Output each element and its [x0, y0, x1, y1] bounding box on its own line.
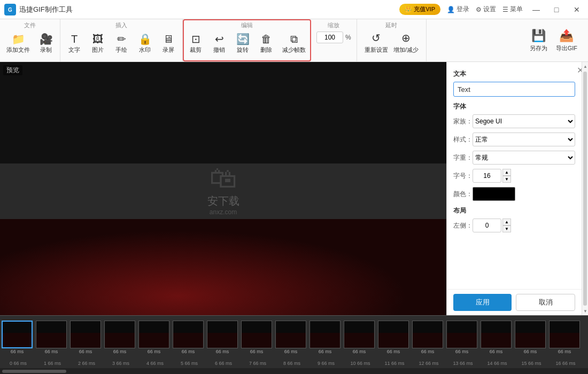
rotate-button[interactable]: 🔄 旋转	[232, 32, 253, 56]
menu-icon: ☰	[502, 6, 508, 13]
size-spinner: ▲ ▼	[502, 169, 511, 183]
settings-button[interactable]: ⚙ 设置	[476, 5, 496, 14]
delete-button[interactable]: 🗑 删除	[256, 32, 277, 56]
preview-label: 预览	[3, 65, 22, 75]
left-value-input[interactable]	[473, 219, 501, 232]
record-icon: 🎥	[40, 34, 53, 44]
watermark-button[interactable]: 🔒 水印	[134, 32, 156, 56]
frame-item[interactable]: 66 ms	[206, 321, 239, 354]
frame-item[interactable]: 66 ms	[137, 321, 171, 354]
frame-item[interactable]: 66 ms	[103, 321, 136, 354]
font-family-select[interactable]: Segoe UI Arial Times New Roman 微软雅黑	[473, 114, 575, 128]
frame-item[interactable]: 66 ms	[172, 321, 205, 354]
cancel-button[interactable]: 取消	[516, 294, 575, 311]
record-button[interactable]: 🎥 录制	[35, 32, 57, 56]
maximize-button[interactable]: □	[550, 4, 563, 15]
text-button[interactable]: T 文字	[64, 32, 85, 56]
font-family-row: 家族： Segoe UI Arial Times New Roman 微软雅黑	[453, 114, 575, 128]
left-spinner: ▲ ▼	[502, 219, 511, 232]
main-area: 预览 🛍 安下载 anxz.com ✕ 文本 字体 家族： Segoe UI A…	[0, 62, 588, 315]
crop-button[interactable]: ⊡ 裁剪	[185, 32, 206, 56]
frame-item[interactable]: 66 ms	[343, 321, 376, 354]
timeline-number: 1 66 ms	[36, 361, 69, 366]
scroll-thumb[interactable]	[583, 72, 587, 306]
close-button[interactable]: ✕	[570, 4, 584, 15]
vip-label: 充值VIP	[414, 5, 435, 13]
user-icon: 👤	[447, 6, 455, 13]
frame-item[interactable]: 66 ms	[35, 321, 68, 354]
zoom-input[interactable]	[316, 32, 343, 43]
timeline-scrollbar[interactable]	[2, 370, 66, 373]
insert-toolbar-items: T 文字 🖼 图片 ✏ 手绘 🔒 水印 🖥 录屏	[64, 32, 179, 56]
save-as-button[interactable]: 💾 另存为	[530, 29, 547, 52]
minimize-button[interactable]: —	[529, 4, 543, 15]
font-weight-row: 字重： 常规 细 粗	[453, 151, 575, 165]
color-picker[interactable]	[473, 187, 515, 201]
frame-item[interactable]: 66 ms	[377, 321, 410, 354]
reduce-frames-button[interactable]: ⧉ 减少帧数	[279, 32, 309, 56]
undo-button[interactable]: ↩ 撤销	[208, 32, 230, 56]
zoom-group: 缩放 %	[311, 19, 357, 61]
timeline-area: 66 ms66 ms66 ms66 ms66 ms66 ms66 ms66 ms…	[0, 315, 588, 374]
timeline-number: 13 66 ms	[446, 361, 479, 366]
left-up-button[interactable]: ▲	[502, 219, 511, 225]
scroll-up-arrow[interactable]: ▲	[582, 62, 588, 71]
screen-button[interactable]: 🖥 录屏	[158, 32, 179, 56]
menu-button[interactable]: ☰ 菜单	[502, 5, 523, 14]
frame-item[interactable]: 66 ms	[514, 321, 547, 354]
reduce-frames-label: 减少帧数	[282, 46, 306, 54]
frame-item[interactable]: 66 ms	[1, 321, 34, 354]
export-gif-button[interactable]: 📤 导出GIF	[556, 29, 577, 52]
text-input[interactable]	[453, 82, 575, 97]
delete-icon: 🗑	[261, 34, 272, 44]
login-button[interactable]: 👤 登录	[447, 5, 469, 14]
add-file-label: 添加文件	[6, 46, 30, 54]
zoom-inout-icon: ⊕	[401, 32, 411, 44]
size-label: 字号：	[453, 172, 473, 181]
zoom-inout-button[interactable]: ⊕ 增加/减少	[393, 32, 419, 54]
add-file-button[interactable]: 📁 添加文件	[3, 32, 33, 56]
reset-button[interactable]: ↺ 重新设置	[365, 32, 388, 54]
titlebar-left: G 迅捷GIF制作工具	[4, 4, 73, 15]
undo-icon: ↩	[215, 34, 224, 44]
export-gif-label: 导出GIF	[556, 44, 577, 52]
save-as-icon: 💾	[531, 29, 546, 43]
watermark-icon: 🔒	[138, 34, 152, 44]
login-label: 登录	[457, 5, 469, 14]
frame-item[interactable]: 66 ms	[69, 321, 102, 354]
file-toolbar-items: 📁 添加文件 🎥 录制	[3, 32, 57, 56]
color-label: 颜色：	[453, 190, 473, 199]
watermark-overlay: 🛍 安下载 anxz.com	[207, 162, 239, 216]
frame-item[interactable]: 66 ms	[548, 321, 581, 354]
apply-button[interactable]: 应用	[453, 294, 512, 311]
pen-icon: ✏	[117, 34, 126, 44]
font-size-row: 字号： ▲ ▼	[453, 169, 575, 183]
frame-item[interactable]: 66 ms	[308, 321, 342, 354]
font-size-input[interactable]	[473, 169, 501, 183]
font-style-row: 样式： 正常 斜体 粗体	[453, 133, 575, 146]
frame-item[interactable]: 66 ms	[240, 321, 273, 354]
titlebar: G 迅捷GIF制作工具 👑 充值VIP 👤 登录 ⚙ 设置 ☰ 菜单 — □ ✕	[0, 0, 588, 19]
size-up-button[interactable]: ▲	[502, 169, 511, 176]
left-down-button[interactable]: ▼	[502, 225, 511, 232]
scroll-down-arrow[interactable]: ▼	[582, 307, 588, 315]
size-down-button[interactable]: ▼	[502, 176, 511, 183]
font-weight-select[interactable]: 常规 细 粗	[473, 151, 575, 165]
frame-item[interactable]: 66 ms	[479, 321, 513, 354]
crown-icon: 👑	[405, 6, 412, 13]
timeline-frames: 66 ms66 ms66 ms66 ms66 ms66 ms66 ms66 ms…	[0, 316, 588, 359]
left-value-row: 左侧： ▲ ▼	[453, 219, 575, 232]
export-gif-icon: 📤	[559, 29, 574, 43]
frame-item[interactable]: 66 ms	[445, 321, 478, 354]
font-style-select[interactable]: 正常 斜体 粗体	[473, 133, 575, 146]
font-section-label: 字体	[453, 102, 575, 111]
image-button[interactable]: 🖼 图片	[87, 32, 109, 56]
zoom-group-label: 缩放	[328, 21, 339, 29]
frame-item[interactable]: 66 ms	[274, 321, 307, 354]
vip-button[interactable]: 👑 充值VIP	[399, 4, 440, 15]
preview-dark-bottom	[0, 219, 446, 315]
frame-item[interactable]: 66 ms	[411, 321, 444, 354]
timeline-number: 4 66 ms	[138, 361, 172, 366]
timeline-numbers: 0 66 ms1 66 ms2 66 ms3 66 ms4 66 ms5 66 …	[0, 359, 588, 368]
handwrite-button[interactable]: ✏ 手绘	[111, 32, 132, 56]
